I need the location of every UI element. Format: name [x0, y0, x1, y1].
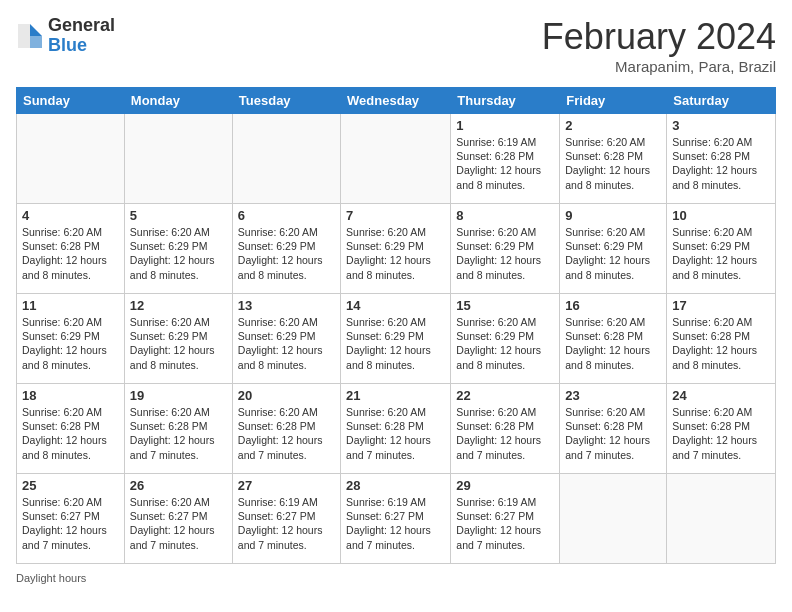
day-number: 18 — [22, 388, 119, 403]
calendar-body: 1Sunrise: 6:19 AM Sunset: 6:28 PM Daylig… — [17, 114, 776, 564]
calendar-cell: 2Sunrise: 6:20 AM Sunset: 6:28 PM Daylig… — [560, 114, 667, 204]
day-info: Sunrise: 6:20 AM Sunset: 6:29 PM Dayligh… — [130, 225, 227, 282]
day-info: Sunrise: 6:20 AM Sunset: 6:29 PM Dayligh… — [672, 225, 770, 282]
svg-marker-1 — [30, 36, 42, 48]
calendar-cell: 5Sunrise: 6:20 AM Sunset: 6:29 PM Daylig… — [124, 204, 232, 294]
week-row-1: 1Sunrise: 6:19 AM Sunset: 6:28 PM Daylig… — [17, 114, 776, 204]
calendar-cell: 17Sunrise: 6:20 AM Sunset: 6:28 PM Dayli… — [667, 294, 776, 384]
calendar-cell: 18Sunrise: 6:20 AM Sunset: 6:28 PM Dayli… — [17, 384, 125, 474]
calendar-cell: 23Sunrise: 6:20 AM Sunset: 6:28 PM Dayli… — [560, 384, 667, 474]
logo-blue-text: Blue — [48, 35, 87, 55]
day-number: 14 — [346, 298, 445, 313]
day-info: Sunrise: 6:20 AM Sunset: 6:28 PM Dayligh… — [672, 405, 770, 462]
day-number: 11 — [22, 298, 119, 313]
header-day-tuesday: Tuesday — [232, 88, 340, 114]
svg-marker-2 — [18, 24, 30, 48]
day-number: 24 — [672, 388, 770, 403]
calendar-cell — [667, 474, 776, 564]
calendar-cell: 13Sunrise: 6:20 AM Sunset: 6:29 PM Dayli… — [232, 294, 340, 384]
calendar-title: February 2024 — [542, 16, 776, 58]
header-day-sunday: Sunday — [17, 88, 125, 114]
day-info: Sunrise: 6:20 AM Sunset: 6:29 PM Dayligh… — [22, 315, 119, 372]
day-info: Sunrise: 6:20 AM Sunset: 6:29 PM Dayligh… — [238, 225, 335, 282]
day-info: Sunrise: 6:20 AM Sunset: 6:29 PM Dayligh… — [130, 315, 227, 372]
day-info: Sunrise: 6:20 AM Sunset: 6:28 PM Dayligh… — [565, 135, 661, 192]
header-day-saturday: Saturday — [667, 88, 776, 114]
week-row-5: 25Sunrise: 6:20 AM Sunset: 6:27 PM Dayli… — [17, 474, 776, 564]
calendar-cell: 9Sunrise: 6:20 AM Sunset: 6:29 PM Daylig… — [560, 204, 667, 294]
logo-general-text: General — [48, 15, 115, 35]
day-info: Sunrise: 6:20 AM Sunset: 6:28 PM Dayligh… — [22, 405, 119, 462]
day-info: Sunrise: 6:20 AM Sunset: 6:27 PM Dayligh… — [22, 495, 119, 552]
day-info: Sunrise: 6:20 AM Sunset: 6:28 PM Dayligh… — [672, 315, 770, 372]
day-number: 4 — [22, 208, 119, 223]
calendar-cell: 16Sunrise: 6:20 AM Sunset: 6:28 PM Dayli… — [560, 294, 667, 384]
day-number: 16 — [565, 298, 661, 313]
day-number: 2 — [565, 118, 661, 133]
day-number: 13 — [238, 298, 335, 313]
day-info: Sunrise: 6:20 AM Sunset: 6:28 PM Dayligh… — [346, 405, 445, 462]
week-row-3: 11Sunrise: 6:20 AM Sunset: 6:29 PM Dayli… — [17, 294, 776, 384]
day-number: 22 — [456, 388, 554, 403]
daylight-legend: Daylight hours — [16, 572, 86, 584]
week-row-2: 4Sunrise: 6:20 AM Sunset: 6:28 PM Daylig… — [17, 204, 776, 294]
svg-marker-0 — [30, 24, 42, 36]
day-number: 28 — [346, 478, 445, 493]
day-number: 7 — [346, 208, 445, 223]
day-number: 6 — [238, 208, 335, 223]
day-info: Sunrise: 6:20 AM Sunset: 6:29 PM Dayligh… — [346, 225, 445, 282]
day-info: Sunrise: 6:20 AM Sunset: 6:28 PM Dayligh… — [672, 135, 770, 192]
day-number: 8 — [456, 208, 554, 223]
day-number: 12 — [130, 298, 227, 313]
calendar-cell: 12Sunrise: 6:20 AM Sunset: 6:29 PM Dayli… — [124, 294, 232, 384]
day-info: Sunrise: 6:20 AM Sunset: 6:29 PM Dayligh… — [238, 315, 335, 372]
day-number: 17 — [672, 298, 770, 313]
day-info: Sunrise: 6:20 AM Sunset: 6:27 PM Dayligh… — [130, 495, 227, 552]
calendar-cell: 11Sunrise: 6:20 AM Sunset: 6:29 PM Dayli… — [17, 294, 125, 384]
calendar-cell: 4Sunrise: 6:20 AM Sunset: 6:28 PM Daylig… — [17, 204, 125, 294]
day-info: Sunrise: 6:19 AM Sunset: 6:27 PM Dayligh… — [238, 495, 335, 552]
calendar-cell — [124, 114, 232, 204]
day-number: 21 — [346, 388, 445, 403]
day-number: 27 — [238, 478, 335, 493]
calendar-subtitle: Marapanim, Para, Brazil — [542, 58, 776, 75]
day-info: Sunrise: 6:19 AM Sunset: 6:27 PM Dayligh… — [346, 495, 445, 552]
calendar-cell: 15Sunrise: 6:20 AM Sunset: 6:29 PM Dayli… — [451, 294, 560, 384]
calendar-cell: 25Sunrise: 6:20 AM Sunset: 6:27 PM Dayli… — [17, 474, 125, 564]
page-header: General Blue February 2024 Marapanim, Pa… — [16, 16, 776, 75]
calendar-cell: 27Sunrise: 6:19 AM Sunset: 6:27 PM Dayli… — [232, 474, 340, 564]
logo-icon — [16, 22, 44, 50]
day-number: 29 — [456, 478, 554, 493]
calendar-cell: 6Sunrise: 6:20 AM Sunset: 6:29 PM Daylig… — [232, 204, 340, 294]
calendar-cell: 20Sunrise: 6:20 AM Sunset: 6:28 PM Dayli… — [232, 384, 340, 474]
title-block: February 2024 Marapanim, Para, Brazil — [542, 16, 776, 75]
header-row: SundayMondayTuesdayWednesdayThursdayFrid… — [17, 88, 776, 114]
day-info: Sunrise: 6:20 AM Sunset: 6:29 PM Dayligh… — [346, 315, 445, 372]
calendar-cell — [17, 114, 125, 204]
week-row-4: 18Sunrise: 6:20 AM Sunset: 6:28 PM Dayli… — [17, 384, 776, 474]
day-number: 9 — [565, 208, 661, 223]
calendar-cell: 19Sunrise: 6:20 AM Sunset: 6:28 PM Dayli… — [124, 384, 232, 474]
day-number: 25 — [22, 478, 119, 493]
day-number: 1 — [456, 118, 554, 133]
day-number: 15 — [456, 298, 554, 313]
calendar-cell: 14Sunrise: 6:20 AM Sunset: 6:29 PM Dayli… — [341, 294, 451, 384]
calendar-cell — [232, 114, 340, 204]
day-number: 3 — [672, 118, 770, 133]
calendar-cell: 29Sunrise: 6:19 AM Sunset: 6:27 PM Dayli… — [451, 474, 560, 564]
day-number: 20 — [238, 388, 335, 403]
day-number: 10 — [672, 208, 770, 223]
calendar-cell: 1Sunrise: 6:19 AM Sunset: 6:28 PM Daylig… — [451, 114, 560, 204]
calendar-cell: 21Sunrise: 6:20 AM Sunset: 6:28 PM Dayli… — [341, 384, 451, 474]
calendar-cell: 24Sunrise: 6:20 AM Sunset: 6:28 PM Dayli… — [667, 384, 776, 474]
daylight-label: Daylight hours — [16, 572, 86, 584]
day-number: 26 — [130, 478, 227, 493]
footer: Daylight hours — [16, 572, 776, 584]
day-info: Sunrise: 6:20 AM Sunset: 6:28 PM Dayligh… — [238, 405, 335, 462]
calendar-cell — [341, 114, 451, 204]
header-day-monday: Monday — [124, 88, 232, 114]
day-info: Sunrise: 6:20 AM Sunset: 6:28 PM Dayligh… — [456, 405, 554, 462]
calendar-cell: 10Sunrise: 6:20 AM Sunset: 6:29 PM Dayli… — [667, 204, 776, 294]
day-info: Sunrise: 6:20 AM Sunset: 6:28 PM Dayligh… — [565, 315, 661, 372]
calendar-header: SundayMondayTuesdayWednesdayThursdayFrid… — [17, 88, 776, 114]
